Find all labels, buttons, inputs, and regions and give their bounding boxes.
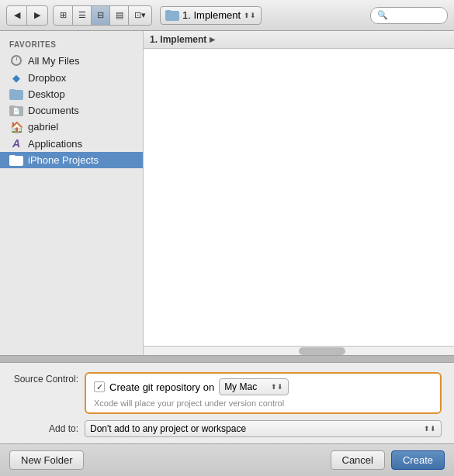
dropdown-arrow-icon: ⬆⬇ xyxy=(424,425,436,433)
chevron-right-icon: ▶ xyxy=(210,36,215,43)
add-to-row: Add to: Don't add to any project or work… xyxy=(12,420,442,437)
new-folder-button[interactable]: New Folder xyxy=(9,450,84,470)
view-coverflow-button[interactable]: ▤ xyxy=(109,6,128,25)
forward-button[interactable]: ▶ xyxy=(27,6,47,25)
search-icon: 🔍 xyxy=(377,10,388,20)
folder-documents-icon: 📄 xyxy=(9,105,23,116)
view-icon-button[interactable]: ⊞ xyxy=(54,6,72,25)
sidebar-item-gabriel[interactable]: 🏠 gabriel xyxy=(0,119,143,135)
sidebar-item-label: iPhone Projects xyxy=(28,154,99,166)
sidebar-item-label: All My Files xyxy=(28,55,79,67)
git-checkbox[interactable]: ✓ xyxy=(94,381,105,392)
add-to-label: Add to: xyxy=(12,423,78,434)
scrollbar-thumb[interactable] xyxy=(299,347,345,355)
dropdown-value: My Mac xyxy=(224,381,257,392)
create-button[interactable]: Create xyxy=(391,450,445,470)
section-divider xyxy=(0,355,454,363)
sidebar-item-documents[interactable]: 📄 Documents xyxy=(0,102,143,119)
source-hint: Xcode will place your project under vers… xyxy=(94,398,432,408)
favorites-label: FAVORITES xyxy=(0,37,143,52)
folder-dropdown[interactable]: 1. Implement ⬆⬇ xyxy=(160,6,262,25)
file-browser: 1. Implement ▶ xyxy=(144,31,454,355)
source-control-inner: ✓ Create git repository on My Mac ⬆⬇ xyxy=(94,378,432,395)
view-columns-button[interactable]: ⊟ xyxy=(91,6,109,25)
main-content: FAVORITES All My Files ◆ Dropbox Desktop xyxy=(0,31,454,355)
source-control-box: ✓ Create git repository on My Mac ⬆⬇ Xco… xyxy=(85,372,442,414)
bottom-panel: Source Control: ✓ Create git repository … xyxy=(0,363,454,443)
add-to-dropdown-value: Don't add to any project or workspace xyxy=(90,423,246,434)
home-icon: 🏠 xyxy=(9,122,23,133)
nav-button-group: ◀ ▶ xyxy=(6,5,48,26)
back-button[interactable]: ◀ xyxy=(7,6,27,25)
dropdown-arrow-icon: ⬆⬇ xyxy=(244,12,256,19)
sidebar-item-label: Documents xyxy=(28,105,79,116)
sidebar-item-dropbox[interactable]: ◆ Dropbox xyxy=(0,69,143,86)
btn-group-right: Cancel Create xyxy=(331,450,445,470)
search-box[interactable]: 🔍 xyxy=(370,7,448,24)
sidebar-item-desktop[interactable]: Desktop xyxy=(0,86,143,102)
folder-icon xyxy=(9,89,23,100)
view-share-button[interactable]: ⊡▾ xyxy=(128,6,151,25)
sidebar-item-label: Dropbox xyxy=(28,72,66,84)
applications-icon: A xyxy=(9,137,23,150)
toolbar: ◀ ▶ ⊞ ☰ ⊟ ▤ ⊡▾ 1. Implement ⬆⬇ 🔍 xyxy=(0,0,454,31)
view-list-button[interactable]: ☰ xyxy=(72,6,91,25)
add-to-dropdown[interactable]: Don't add to any project or workspace ⬆⬇ xyxy=(85,420,442,437)
sidebar-item-label: gabriel xyxy=(28,121,58,133)
file-browser-content[interactable] xyxy=(144,49,454,346)
source-control-label: Source Control: xyxy=(12,372,78,385)
bottom-bar: New Folder Cancel Create xyxy=(0,443,454,476)
folder-icon xyxy=(165,10,179,21)
file-browser-title: 1. Implement xyxy=(150,34,206,45)
view-button-group: ⊞ ☰ ⊟ ▤ ⊡▾ xyxy=(53,5,152,26)
sidebar-item-label: Desktop xyxy=(28,88,65,100)
sidebar: FAVORITES All My Files ◆ Dropbox Desktop xyxy=(0,31,144,355)
create-git-label: Create git repository on xyxy=(109,381,214,393)
dropbox-icon: ◆ xyxy=(9,71,23,84)
sidebar-item-label: Applications xyxy=(28,138,82,150)
folder-icon xyxy=(9,155,23,166)
sidebar-item-all-my-files[interactable]: All My Files xyxy=(0,52,143,69)
source-control-row: Source Control: ✓ Create git repository … xyxy=(12,372,442,414)
dropdown-arrow-icon: ⬆⬇ xyxy=(271,383,283,391)
cancel-button[interactable]: Cancel xyxy=(331,450,385,470)
horizontal-scrollbar[interactable] xyxy=(144,346,454,355)
mac-dropdown[interactable]: My Mac ⬆⬇ xyxy=(219,378,289,395)
sidebar-item-applications[interactable]: A Applications xyxy=(0,135,143,152)
sidebar-item-iphone-projects[interactable]: iPhone Projects xyxy=(0,152,143,168)
folder-dropdown-label: 1. Implement xyxy=(182,9,241,21)
file-browser-header: 1. Implement ▶ xyxy=(144,31,454,49)
all-files-icon xyxy=(9,54,23,67)
